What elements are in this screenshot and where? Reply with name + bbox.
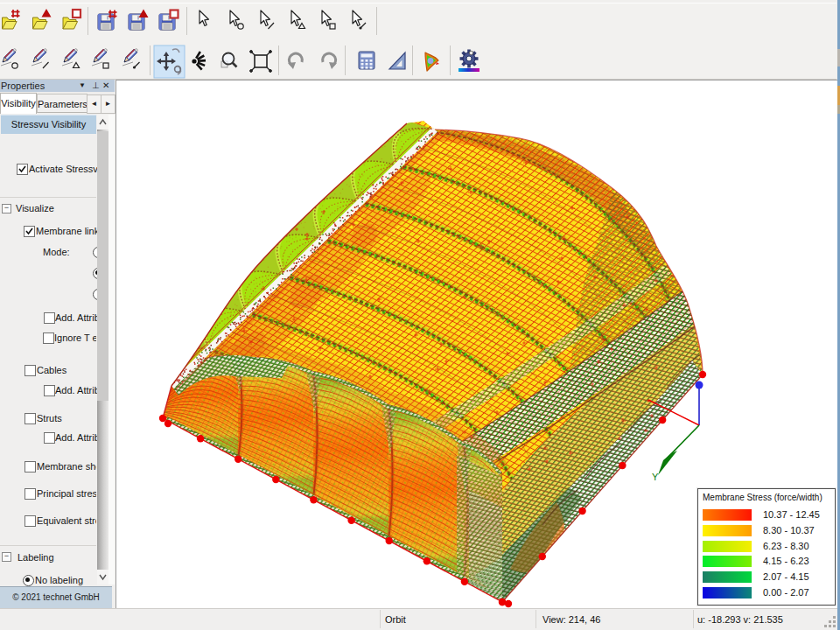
svg-text:Y: Y: [652, 472, 659, 482]
